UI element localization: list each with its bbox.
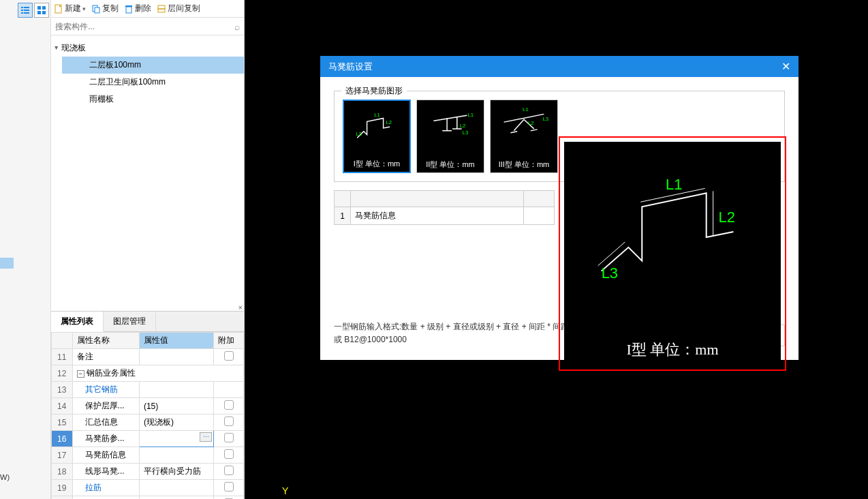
component-tree: 现浇板 二层板100mm 二层卫生间板100mm 雨棚板 [51,35,244,112]
stirrup-info-table: 1 马凳筋信息 [334,190,555,225]
svg-rect-12 [95,7,99,13]
shape-legend: 选择马凳筋图形 [341,85,407,97]
left-marker [0,258,14,269]
layer-copy-button[interactable]: 层间复制 [157,3,200,14]
svg-text:L3: L3 [463,130,469,136]
svg-text:L3: L3 [356,131,362,137]
new-icon [54,4,63,14]
svg-rect-4 [21,12,23,14]
dialog-title: 马凳筋设置 [328,61,373,73]
sidebar: 新建▾ 复制 删除 层间复制 ⌕ 现浇板 二层板100mm 二层卫生间板100m… [51,0,245,499]
svg-text:L2: L2 [386,119,392,125]
prop-row[interactable]: 18线形马凳...平行横向受力筋 [52,464,244,480]
shape-label-1: I型 单位：mm [344,159,409,169]
checkbox[interactable] [224,466,234,475]
tab-properties[interactable]: 属性列表 [51,312,104,332]
copy-button[interactable]: 复制 [91,3,119,14]
col-num [52,333,73,349]
search-icon[interactable]: ⌕ [234,21,240,32]
property-tabs: 属性列表 图层管理 [51,312,244,332]
search-box: ⌕ [51,18,244,35]
tree-group-header[interactable]: 现浇板 [51,40,244,57]
close-icon[interactable]: ✕ [781,60,790,73]
property-table: 属性名称 属性值 附加 11备注12−钢筋业务属性13其它钢筋14保护层厚...… [51,332,244,499]
list-view-icon[interactable] [18,3,33,18]
svg-text:L1: L1 [467,112,474,118]
svg-rect-15 [158,9,165,12]
prop-row[interactable]: 16马凳筋参...⋯ [52,431,244,447]
axis-y-label: Y [282,485,288,496]
svg-rect-9 [42,11,46,14]
svg-rect-7 [42,6,46,10]
prop-row[interactable]: 15汇总信息(现浇板) [52,414,244,431]
property-panel: × 属性列表 图层管理 属性名称 属性值 附加 11备注12−钢筋业务属性13其… [51,311,244,499]
svg-text:L2: L2 [719,209,735,226]
shape-type-1[interactable]: L1L2L3 I型 单位：mm [343,100,411,173]
svg-text:L2: L2 [528,120,534,126]
dialog-header: 马凳筋设置 ✕ [320,56,799,77]
svg-rect-6 [37,6,41,10]
tab-layers[interactable]: 图层管理 [104,312,156,331]
new-button[interactable]: 新建▾ [54,3,86,14]
svg-rect-16 [158,5,165,9]
svg-rect-1 [24,7,29,8]
col-name: 属性名称 [72,333,139,349]
left-w-label: W) [0,473,10,481]
edit-button[interactable]: ⋯ [200,432,212,442]
tree-item-2[interactable]: 雨棚板 [62,91,244,108]
left-rail: W) [0,0,51,499]
delete-button[interactable]: 删除 [124,3,151,14]
panel-close-icon[interactable]: × [238,303,243,312]
svg-rect-13 [126,7,131,13]
search-input[interactable] [55,22,234,31]
prop-row[interactable]: 13其它钢筋 [52,382,244,398]
svg-rect-2 [21,10,23,11]
prop-row[interactable]: 12−钢筋业务属性 [52,365,244,382]
info-row-1[interactable]: 1 马凳筋信息 [335,207,555,225]
shape-label-2: II型 单位：mm [417,160,484,170]
grid-view-icon[interactable] [34,3,49,18]
svg-text:L1: L1 [523,106,529,112]
checkbox[interactable] [224,449,234,459]
prop-row[interactable]: 20马凳筋数...向上取整+1 [52,496,244,500]
checkbox[interactable] [224,433,234,442]
svg-text:L2: L2 [460,123,466,129]
tree-item-0[interactable]: 二层板100mm [62,57,244,74]
toolbar: 新建▾ 复制 删除 层间复制 [51,0,244,18]
shape-type-2[interactable]: L1L2L3 II型 单位：mm [416,100,484,173]
svg-text:L3: L3 [542,116,548,122]
prop-row[interactable]: 14保护层厚...(15) [52,398,244,414]
checkbox[interactable] [224,482,234,492]
tree-item-1[interactable]: 二层卫生间板100mm [62,74,244,91]
svg-text:L3: L3 [602,264,618,282]
checkbox[interactable] [224,351,234,361]
svg-text:L1: L1 [666,176,682,193]
checkbox[interactable] [224,417,234,426]
svg-rect-3 [24,10,29,11]
svg-rect-14 [125,5,132,7]
prop-row[interactable]: 19拉筋 [52,480,244,496]
chevron-down-icon: ▾ [82,5,86,12]
layer-copy-icon [157,4,166,14]
delete-icon [124,4,134,14]
prop-row[interactable]: 17马凳筋信息 [52,447,244,464]
svg-rect-5 [24,12,29,14]
shape-type-3[interactable]: L1L2L3 III型 单位：mm [490,100,558,173]
checkbox[interactable] [224,400,234,410]
col-value: 属性值 [139,333,213,349]
svg-rect-8 [37,11,41,14]
svg-text:L1: L1 [374,112,380,118]
prop-row[interactable]: 11备注 [52,349,244,365]
copy-icon [91,4,101,14]
svg-rect-0 [21,7,23,8]
preview-label: I型 单位：mm [564,339,781,360]
shape-label-3: III型 单位：mm [491,160,557,170]
dialog-stirrup-settings: 马凳筋设置 ✕ 选择马凳筋图形 L1L2L3 I型 单位：mm L1L2L3 I… [320,56,799,360]
shape-preview: L1 L2 L3 I型 单位：mm [559,136,786,371]
col-extra: 附加 [214,333,244,349]
